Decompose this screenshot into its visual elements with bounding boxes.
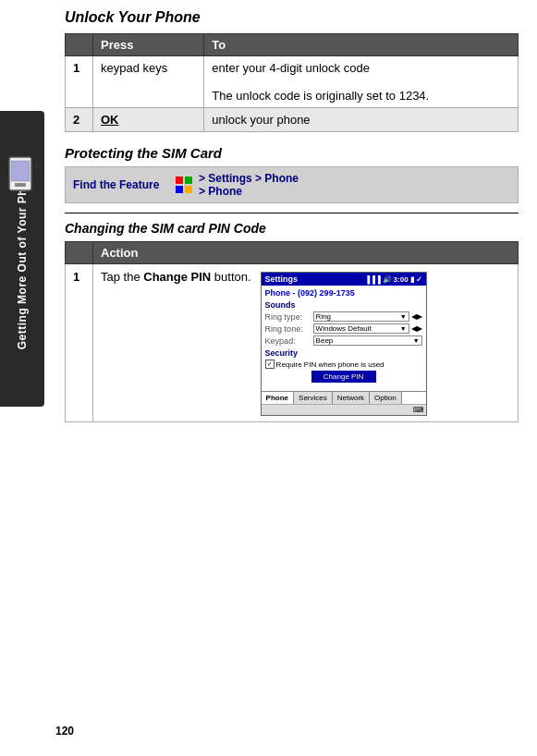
svg-rect-5 bbox=[176, 186, 183, 193]
table-row: 1 keypad keys enter your 4-digit unlock … bbox=[66, 56, 519, 108]
pin-checkbox-row: ✓ Require PIN when phone is used bbox=[265, 360, 422, 369]
ring-type-row: Ring type: Ring ▼ ◀▶ bbox=[265, 311, 422, 322]
section-divider bbox=[65, 213, 519, 213]
path-line-1: > Settings > Phone bbox=[199, 172, 299, 185]
change-pin-button[interactable]: Change PIN bbox=[311, 371, 376, 383]
ring-type-value: Ring bbox=[316, 312, 331, 321]
tab-services[interactable]: Services bbox=[294, 392, 333, 404]
col-header-step bbox=[66, 242, 93, 264]
find-feature-row: Find the Feature > Settings > Phone > Ph… bbox=[65, 166, 519, 203]
ring-tone-row: Ring tone: Windows Default ▼ ◀▶ bbox=[265, 323, 422, 334]
phone-bottom-bar: ⌨ bbox=[262, 404, 426, 415]
keypad-value: Beep bbox=[316, 336, 334, 345]
step-number-2: 2 bbox=[66, 108, 93, 132]
step-press-1: keypad keys bbox=[93, 56, 204, 108]
speaker-icon: 🔊 bbox=[383, 275, 392, 284]
col-header-action: Action bbox=[93, 242, 519, 264]
table-row: 1 Tap the Change PIN button. Settings ▐▐… bbox=[66, 264, 519, 422]
action-content: Tap the Change PIN button. Settings ▐▐▐ … bbox=[101, 270, 510, 416]
find-feature-label: Find the Feature bbox=[73, 178, 175, 191]
path-line-2: > Phone bbox=[199, 185, 299, 198]
col-header-press-num bbox=[66, 34, 93, 56]
page-title: Unlock Your Phone bbox=[65, 9, 519, 26]
keypad-label: Keypad: bbox=[265, 336, 313, 346]
svg-rect-1 bbox=[11, 161, 30, 181]
ring-type-controls: ◀▶ bbox=[411, 312, 422, 321]
step-to-2: unlock your phone bbox=[204, 108, 519, 132]
phone-status-bar: ▐▐▐ 🔊 3:00 ▮ ✓ bbox=[365, 275, 422, 284]
page-number: 120 bbox=[55, 725, 74, 738]
action-step-content: Tap the Change PIN button. Settings ▐▐▐ … bbox=[93, 264, 519, 422]
keypad-row: Keypad: Beep ▼ bbox=[265, 335, 422, 346]
phone-body: Phone - (092) 299-1735 Sounds Ring type:… bbox=[262, 286, 426, 387]
find-feature-path: > Settings > Phone > Phone bbox=[199, 172, 299, 198]
windows-logo-icon bbox=[175, 176, 193, 194]
dropdown-arrow: ▼ bbox=[400, 313, 407, 320]
dropdown-arrow2: ▼ bbox=[400, 325, 407, 332]
keypad-select[interactable]: Beep ▼ bbox=[313, 335, 422, 346]
col-header-press: Press bbox=[93, 34, 204, 56]
keyboard-icon: ⌨ bbox=[413, 406, 424, 414]
protecting-sim-heading: Protecting the SIM Card bbox=[65, 145, 519, 161]
table-row: 2 OK unlock your phone bbox=[66, 108, 519, 132]
signal-icon: ▐▐▐ bbox=[365, 275, 381, 284]
svg-rect-4 bbox=[185, 177, 192, 184]
tab-network[interactable]: Network bbox=[333, 392, 370, 404]
action-step-number: 1 bbox=[66, 264, 93, 422]
svg-rect-2 bbox=[15, 183, 26, 187]
time-display: 3:00 bbox=[394, 275, 409, 284]
sounds-section: Sounds bbox=[265, 300, 422, 310]
phone-title-bar: Settings ▐▐▐ 🔊 3:00 ▮ ✓ bbox=[262, 273, 426, 286]
phone-tabs: Phone Services Network Option bbox=[262, 391, 426, 404]
phone-title: Settings bbox=[265, 274, 299, 284]
tab-phone[interactable]: Phone bbox=[262, 392, 294, 404]
action-table: Action 1 Tap the Change PIN button. Sett… bbox=[65, 241, 519, 422]
tab-option[interactable]: Option bbox=[370, 392, 402, 404]
battery-icon: ▮ bbox=[410, 275, 414, 284]
step-press-2: OK bbox=[93, 108, 204, 132]
pin-checkbox[interactable]: ✓ bbox=[265, 360, 275, 369]
unlock-table: Press To 1 keypad keys enter your 4-digi… bbox=[65, 33, 519, 132]
security-section: Security bbox=[265, 348, 422, 358]
ring-tone-select[interactable]: Windows Default ▼ bbox=[313, 323, 409, 334]
ring-tone-value: Windows Default bbox=[316, 324, 372, 333]
sidebar-phone-icon bbox=[4, 155, 44, 201]
svg-rect-3 bbox=[176, 177, 183, 184]
ring-type-label: Ring type: bbox=[265, 312, 313, 322]
step-number-1: 1 bbox=[66, 56, 93, 108]
ring-tone-label: Ring tone: bbox=[265, 324, 313, 334]
pin-checkbox-label: Require PIN when phone is used bbox=[276, 360, 384, 369]
ring-type-select[interactable]: Ring ▼ bbox=[313, 311, 409, 322]
changing-pin-heading: Changing the SIM card PIN Code bbox=[65, 221, 519, 236]
phone-number-display: Phone - (092) 299-1735 bbox=[265, 288, 422, 298]
action-text: Tap the Change PIN button. bbox=[101, 270, 251, 284]
step-to-1: enter your 4-digit unlock code The unloc… bbox=[204, 56, 519, 108]
svg-rect-6 bbox=[185, 186, 192, 193]
ok-icon: ✓ bbox=[416, 275, 422, 284]
col-header-to: To bbox=[204, 34, 519, 56]
main-content: Unlock Your Phone Press To 1 keypad keys… bbox=[55, 0, 537, 432]
dropdown-arrow3: ▼ bbox=[413, 337, 420, 344]
ring-tone-controls: ◀▶ bbox=[411, 324, 422, 333]
phone-screenshot: Settings ▐▐▐ 🔊 3:00 ▮ ✓ Phone bbox=[261, 272, 427, 416]
